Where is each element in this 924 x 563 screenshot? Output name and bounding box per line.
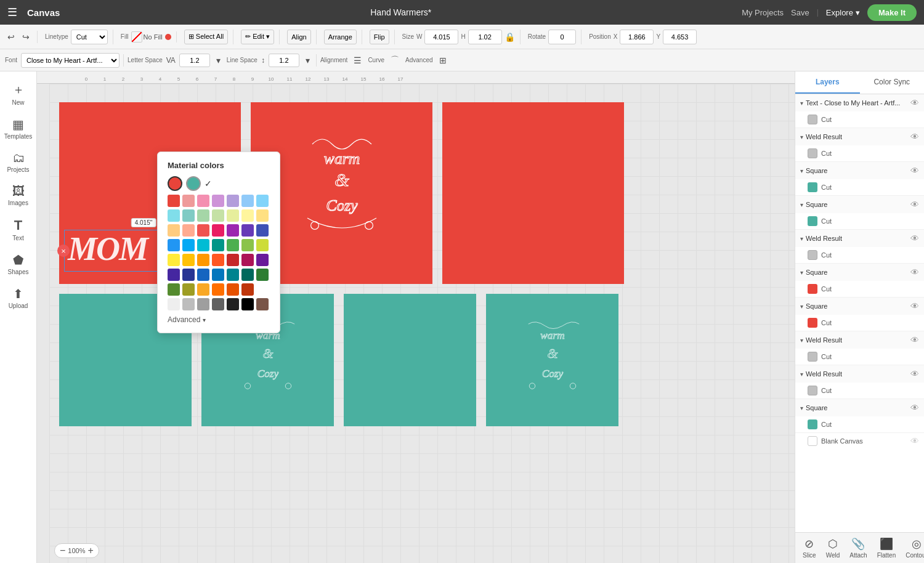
blank-canvas-eye[interactable]: 👁	[910, 436, 919, 446]
font-select[interactable]: Close to My Heart - Artf...	[21, 53, 120, 68]
color-grid-swatch[interactable]	[256, 283, 269, 296]
sidebar-item-projects[interactable]: 🗂 Projects	[0, 146, 36, 178]
color-grid-swatch[interactable]	[197, 254, 209, 266]
layer-header[interactable]: ▾ Weld Result 👁	[795, 331, 924, 349]
color-grid-swatch[interactable]	[241, 195, 254, 207]
color-grid-swatch[interactable]	[212, 269, 224, 281]
eye-icon[interactable]: 👁	[910, 267, 919, 277]
color-grid-swatch[interactable]	[256, 239, 269, 251]
color-grid-swatch[interactable]	[197, 209, 209, 222]
color-grid-swatch[interactable]	[197, 298, 209, 310]
eye-icon[interactable]: 👁	[910, 403, 919, 413]
layer-item[interactable]: Cut	[795, 213, 924, 229]
design-card-6[interactable]	[344, 294, 476, 426]
eye-icon[interactable]: 👁	[910, 132, 919, 142]
layer-item[interactable]: Cut	[795, 416, 924, 432]
curve-button[interactable]: ⌒	[388, 54, 402, 67]
select-all-button[interactable]: ⊞ Select All	[184, 30, 228, 44]
color-grid-swatch[interactable]	[256, 269, 269, 281]
eye-icon[interactable]: 👁	[910, 369, 919, 379]
align-button[interactable]: Align	[287, 30, 310, 44]
rotate-input[interactable]	[548, 30, 576, 44]
color-grid-swatch[interactable]	[212, 254, 224, 266]
zoom-out-button[interactable]: −	[60, 545, 65, 556]
advanced-button[interactable]: Advanced ▾	[168, 315, 270, 324]
layer-header[interactable]: ▾ Square 👁	[795, 399, 924, 416]
color-grid-swatch[interactable]	[197, 239, 209, 251]
layer-item[interactable]: Cut	[795, 247, 924, 263]
selected-color-red[interactable]	[168, 176, 182, 191]
color-grid-swatch[interactable]	[241, 269, 254, 281]
eye-icon[interactable]: 👁	[910, 200, 919, 209]
color-grid-swatch[interactable]	[197, 195, 209, 207]
color-grid-swatch[interactable]	[197, 269, 209, 281]
layer-header[interactable]: ▾ Square 👁	[795, 298, 924, 315]
tab-layers[interactable]: Layers	[795, 71, 860, 94]
design-card-3[interactable]	[442, 102, 624, 284]
color-grid-swatch[interactable]	[182, 269, 195, 281]
blank-canvas-item[interactable]: Blank Canvas 👁	[795, 433, 924, 449]
eye-icon[interactable]: 👁	[910, 166, 919, 176]
sidebar-item-templates[interactable]: ▦ Templates	[0, 112, 36, 145]
layer-item[interactable]: Cut	[795, 281, 924, 297]
color-grid-swatch[interactable]	[227, 224, 239, 237]
layer-item[interactable]: Cut	[795, 111, 924, 128]
lock-icon[interactable]: 🔒	[505, 32, 515, 42]
color-grid-swatch[interactable]	[168, 269, 180, 281]
layer-header[interactable]: ▾ Weld Result 👁	[795, 230, 924, 247]
layer-item[interactable]: Cut	[795, 145, 924, 161]
color-grid-swatch[interactable]	[182, 239, 195, 251]
color-grid-swatch[interactable]	[212, 195, 224, 207]
layer-item[interactable]: Cut	[795, 349, 924, 365]
layer-header[interactable]: ▾ Square 👁	[795, 264, 924, 281]
color-grid-swatch[interactable]	[241, 239, 254, 251]
color-grid-swatch[interactable]	[197, 283, 209, 296]
color-grid-swatch[interactable]	[168, 224, 180, 237]
undo-button[interactable]: ↩	[5, 31, 17, 43]
contour-action[interactable]: ◎ Contour	[901, 535, 924, 561]
color-grid-swatch[interactable]	[227, 195, 239, 207]
color-grid-swatch[interactable]	[182, 195, 195, 207]
linetype-select[interactable]: Cut	[71, 30, 108, 44]
layer-item[interactable]: Cut	[795, 383, 924, 399]
my-projects-link[interactable]: My Projects	[742, 8, 784, 17]
edit-button[interactable]: ✏ Edit ▾	[241, 30, 274, 44]
x-input[interactable]	[620, 30, 654, 44]
sidebar-item-images[interactable]: 🖼 Images	[0, 179, 36, 211]
color-grid-swatch[interactable]	[241, 283, 254, 296]
weld-action[interactable]: ⬡ Weld	[821, 535, 845, 561]
color-grid-swatch[interactable]	[168, 283, 180, 296]
line-space-down[interactable]: ▾	[303, 54, 312, 67]
color-grid-swatch[interactable]	[168, 254, 180, 266]
hamburger-icon[interactable]: ☰	[7, 6, 17, 19]
color-grid-swatch[interactable]	[227, 298, 239, 310]
color-grid-swatch[interactable]	[212, 224, 224, 237]
color-grid-swatch[interactable]	[182, 283, 195, 296]
make-it-button[interactable]: Make It	[867, 4, 917, 21]
layer-header[interactable]: ▾ Weld Result 👁	[795, 128, 924, 145]
zoom-in-button[interactable]: +	[87, 545, 93, 556]
y-input[interactable]	[663, 30, 697, 44]
sidebar-item-new[interactable]: ＋ New	[0, 76, 36, 111]
color-grid-swatch[interactable]	[168, 298, 180, 310]
color-grid-swatch[interactable]	[182, 209, 195, 222]
project-title[interactable]: Hand Warmers*	[70, 7, 732, 17]
layer-item[interactable]: Cut	[795, 315, 924, 331]
layer-header[interactable]: ▾ Square 👁	[795, 196, 924, 213]
layer-header[interactable]: ▾ Square 👁	[795, 162, 924, 179]
advanced-button[interactable]: ⊞	[437, 54, 449, 67]
alignment-button[interactable]: ☰	[351, 54, 364, 67]
eye-icon[interactable]: 👁	[910, 335, 919, 345]
color-grid-swatch[interactable]	[241, 254, 254, 266]
eye-icon[interactable]: 👁	[910, 98, 919, 108]
color-grid-swatch[interactable]	[212, 239, 224, 251]
eye-icon[interactable]: 👁	[910, 233, 919, 243]
letter-space-down[interactable]: ▾	[214, 54, 223, 67]
color-grid-swatch[interactable]	[227, 254, 239, 266]
color-grid-swatch[interactable]	[256, 195, 269, 207]
color-grid-swatch[interactable]	[227, 209, 239, 222]
color-grid-swatch[interactable]	[256, 209, 269, 222]
flatten-action[interactable]: ⬛ Flatten	[872, 535, 901, 561]
eye-icon[interactable]: 👁	[910, 301, 919, 311]
width-input[interactable]	[424, 30, 458, 44]
